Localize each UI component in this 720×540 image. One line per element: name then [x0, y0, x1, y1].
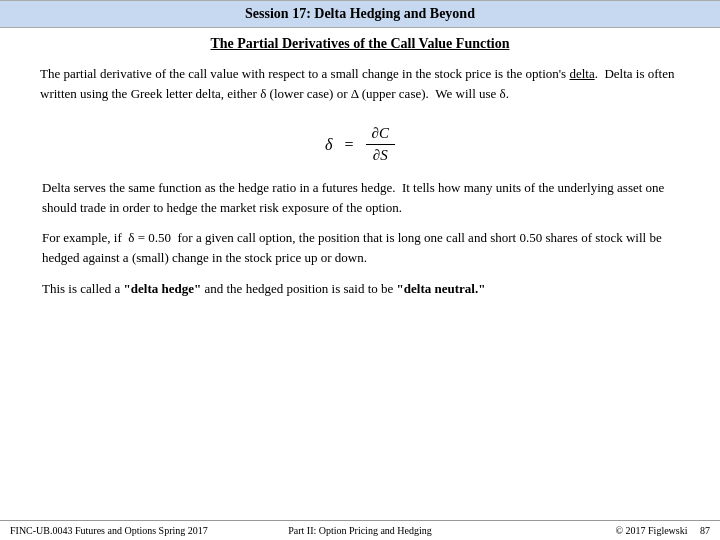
subtitle-text: The Partial Derivatives of the Call Valu…: [210, 36, 509, 51]
formula-inner: δ = ∂C ∂S: [325, 125, 395, 164]
delta-hedge-bold: "delta hedge": [124, 281, 202, 296]
intro-paragraph: The partial derivative of the call value…: [40, 64, 680, 103]
formula-block: δ = ∂C ∂S: [40, 111, 680, 178]
body-paragraph-2: For example, if δ = 0.50 for a given cal…: [40, 228, 680, 268]
delta-neutral-bold: "delta neutral.": [397, 281, 486, 296]
equals-sign: =: [344, 136, 353, 154]
header-title: Session 17: Delta Hedging and Beyond: [245, 6, 475, 21]
footer: FINC-UB.0043 Futures and Options Spring …: [0, 520, 720, 540]
numerator: ∂C: [366, 125, 395, 145]
subtitle: The Partial Derivatives of the Call Valu…: [0, 28, 720, 56]
fraction: ∂C ∂S: [366, 125, 395, 164]
body-paragraph-1: Delta serves the same function as the he…: [40, 178, 680, 218]
delta-symbol: δ: [325, 136, 332, 154]
footer-left-text: FINC-UB.0043 Futures and Options Spring …: [10, 525, 208, 536]
footer-left: FINC-UB.0043 Futures and Options Spring …: [10, 525, 243, 536]
footer-center-text: Part II: Option Pricing and Hedging: [288, 525, 432, 536]
footer-page: 87: [700, 525, 710, 536]
footer-center: Part II: Option Pricing and Hedging: [243, 525, 476, 536]
page-container: Session 17: Delta Hedging and Beyond The…: [0, 0, 720, 540]
header-bar: Session 17: Delta Hedging and Beyond: [0, 0, 720, 28]
body-paragraph-3: This is called a "delta hedge" and the h…: [40, 279, 680, 299]
delta-underline: delta: [569, 66, 594, 81]
footer-right: © 2017 Figlewski 87: [477, 525, 710, 536]
content-area: The partial derivative of the call value…: [0, 56, 720, 520]
footer-copyright: © 2017 Figlewski: [615, 525, 687, 536]
denominator: ∂S: [367, 145, 394, 164]
